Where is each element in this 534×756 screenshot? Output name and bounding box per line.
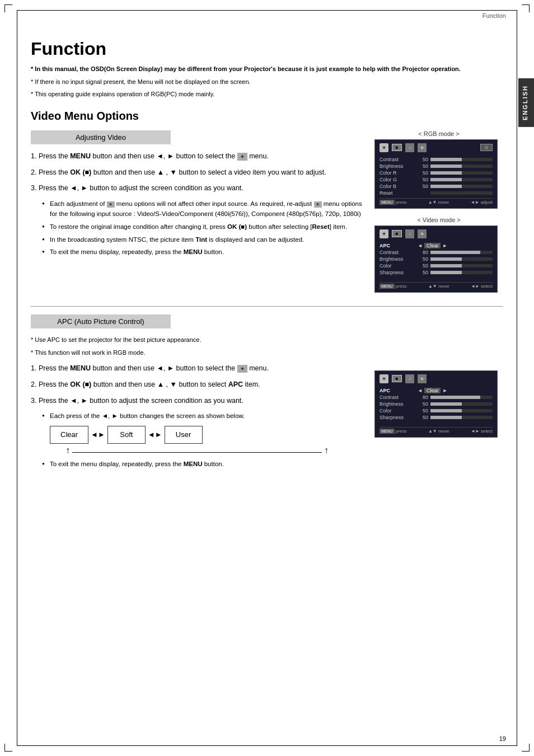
apc-osd-icons: ☀ ■ ♪ ◈: [380, 374, 493, 385]
osd-bottom-rgb: MENU press ▲▼ move ◄► adjust: [380, 198, 493, 205]
adjusting-video-left: Adjusting Video 1. Press the MENU button…: [31, 130, 363, 300]
apc-osd: ☀ ■ ♪ ◈ APC ◄ Clear ► Contrast 80: [374, 370, 503, 438]
osd-sun-icon: ☀: [380, 143, 388, 152]
page-border-left: [17, 10, 17, 746]
corner-tl: [4, 4, 12, 12]
apc-arrows-1: ◄►: [88, 429, 107, 440]
osd-rect-icon: ■: [392, 144, 402, 151]
apc-bullet-1: Each press of the ◄, ► button changes th…: [42, 411, 363, 455]
language-tab: ENGLISH: [518, 78, 534, 127]
step2: 2. Press the OK (■) button and then use …: [31, 167, 363, 178]
osd-icons-row-vid: ☀ ■ ♪ ◈: [380, 229, 493, 240]
note1: * In this manual, the OSD(On Screen Disp…: [31, 64, 503, 74]
corner-br: [522, 744, 530, 752]
page-number: 19: [499, 735, 506, 742]
osd-icons-row: ☀ ■ ♪ ◈ ⊡: [380, 143, 493, 154]
apc-osd-bottom: MENU press ▲▼ move ◄► select: [380, 427, 493, 434]
osd-row-colb: Color B 50: [380, 184, 493, 189]
bullet-item-1: Each adjustment of ☀ menu options will n…: [42, 199, 363, 219]
apc-osd-brightness: Brightness 50: [380, 401, 493, 407]
osd-vid-color: Color 50: [380, 263, 493, 269]
apc-arrows-2: ◄►: [146, 429, 165, 440]
step1: 1. Press the MENU button and then use ◄,…: [31, 151, 363, 162]
adjusting-video-right: < RGB mode > ☀ ■ ♪ ◈ ⊡ Contrast 50: [374, 130, 503, 300]
apc-step3: 3. Press the ◄, ► button to adjust the s…: [31, 396, 363, 406]
page-title: Function: [31, 39, 503, 59]
osd-color-icon: ◈: [418, 143, 427, 152]
apc-note1: * Use APC to set the projector for the b…: [31, 335, 363, 345]
apc-osd-rect-icon: ■: [392, 375, 402, 382]
note2: * If there is no input signal present, t…: [31, 77, 503, 87]
apc-bullet-list: Each press of the ◄, ► button changes th…: [42, 411, 363, 469]
apc-osd-screen: ☀ ■ ♪ ◈ APC ◄ Clear ► Contrast 80: [374, 370, 498, 438]
osd-apc-row: APC ◄ Clear ►: [380, 243, 493, 248]
osd-vid-sharpness: Sharpness 50: [380, 270, 493, 275]
osd-sun-icon-vid: ☀: [380, 229, 388, 238]
bullet-item-3: In the broadcasting system NTSC, the pic…: [42, 235, 363, 245]
rgb-mode-osd: < RGB mode > ☀ ■ ♪ ◈ ⊡ Contrast 50: [374, 130, 503, 209]
apc-osd-apc-row: APC ◄ Clear ►: [380, 388, 493, 393]
subsection-header-apc: APC (Auto Picture Control): [31, 314, 171, 328]
main-content: Function * In this manual, the OSD(On Sc…: [31, 22, 503, 474]
step3: 3. Press the ◄, ► button to adjust the s…: [31, 183, 363, 194]
video-mode-screen: ☀ ■ ♪ ◈ APC ◄ Clear ► Contrast 80: [374, 226, 498, 293]
video-mode-osd: < Video mode > ☀ ■ ♪ ◈ APC ◄ Clear ►: [374, 217, 503, 293]
video-mode-label: < Video mode >: [374, 217, 503, 223]
osd-bottom-vid: MENU press ▲▼ move ◄► select: [380, 282, 493, 289]
osd-audio-icon: ♪: [405, 143, 414, 152]
page-border-bottom: [17, 745, 517, 746]
apc-osd-contrast: Contrast 80: [380, 395, 493, 400]
page-border-right: [517, 10, 517, 746]
adjusting-video-section: Adjusting Video 1. Press the MENU button…: [31, 130, 503, 300]
apc-box-soft: Soft: [107, 426, 146, 444]
page-border-top: [17, 10, 517, 11]
osd-color-icon-vid: ◈: [418, 229, 427, 238]
osd-row-contrast: Contrast 50: [380, 157, 493, 162]
rgb-mode-screen: ☀ ■ ♪ ◈ ⊡ Contrast 50 Brightness: [374, 139, 498, 209]
corner-bl: [4, 744, 12, 752]
apc-section: APC (Auto Picture Control) * Use APC to …: [31, 314, 503, 474]
osd-audio-icon-vid: ♪: [405, 229, 414, 238]
apc-note2: * This function will not work in RGB mod…: [31, 348, 363, 358]
bullet-item-4: To exit the menu display, repeatedly, pr…: [42, 247, 363, 257]
osd-row-brightness: Brightness 50: [380, 163, 493, 169]
apc-bullet-2: To exit the menu display, repeatedly, pr…: [42, 459, 363, 469]
section-divider: [31, 306, 503, 307]
apc-left: APC (Auto Picture Control) * Use APC to …: [31, 314, 363, 474]
osd-rect-icon-vid: ■: [392, 230, 402, 237]
section-title-video-menu: Video Menu Options: [31, 110, 503, 123]
bullet-item-2: To restore the original image condition …: [42, 222, 363, 232]
apc-osd-color-icon: ◈: [418, 374, 427, 383]
bullet-list-adjusting: Each adjustment of ☀ menu options will n…: [42, 199, 363, 257]
apc-step2: 2. Press the OK (■) button and then use …: [31, 379, 363, 390]
apc-right: ☀ ■ ♪ ◈ APC ◄ Clear ► Contrast 80: [374, 314, 503, 474]
apc-osd-audio-icon: ♪: [405, 374, 414, 383]
apc-osd-color: Color 50: [380, 408, 493, 414]
apc-diagram: Clear ◄► Soft ◄► User ↑ ↑: [50, 426, 363, 455]
osd-row-reset: Reset: [380, 190, 493, 196]
note3: * This operating guide explains operatio…: [31, 90, 503, 100]
osd-row-colg: Color G 50: [380, 177, 493, 182]
apc-box-clear: Clear: [50, 426, 88, 444]
osd-vid-brightness: Brightness 50: [380, 256, 493, 262]
corner-tr: [522, 4, 530, 12]
osd-vid-contrast: Contrast 80: [380, 250, 493, 255]
apc-box-user: User: [165, 426, 203, 444]
rgb-mode-label: < RGB mode >: [374, 130, 503, 137]
apc-step1: 1. Press the MENU button and then use ◄,…: [31, 363, 363, 374]
apc-osd-sharpness: Sharpness 50: [380, 415, 493, 420]
page-header: Function: [483, 12, 506, 19]
apc-osd-sun-icon: ☀: [380, 374, 388, 383]
osd-row-colr: Color R 50: [380, 170, 493, 176]
subsection-header-adjusting-video: Adjusting Video: [31, 130, 171, 144]
osd-settings-icon: ⊡: [480, 144, 493, 151]
